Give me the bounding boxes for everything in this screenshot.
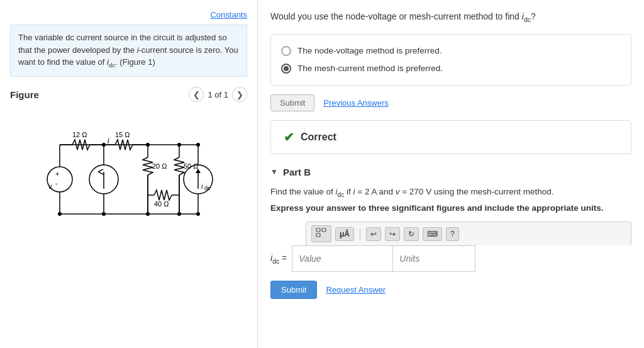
figure-nav: ❮ 1 of 1 ❯ <box>189 87 247 102</box>
figure-header: Figure ❮ 1 of 1 ❯ <box>10 87 247 102</box>
svg-text:dc: dc <box>204 185 211 191</box>
svg-rect-50 <box>316 233 320 237</box>
svg-text:12 Ω: 12 Ω <box>72 131 87 138</box>
part-b-header[interactable]: ▼ Part B <box>270 167 631 177</box>
svg-text:i: i <box>108 137 109 145</box>
fraction-icon <box>316 228 327 238</box>
figure-title: Figure <box>10 89 39 100</box>
svg-rect-49 <box>322 228 326 232</box>
question-text: Would you use the node-voltage or mesh-c… <box>270 10 631 25</box>
options-box: The node-voltage method is preferred. Th… <box>270 34 631 86</box>
radio-2-dot <box>284 66 289 71</box>
previous-answers-link[interactable]: Previous Answers <box>323 98 388 108</box>
toolbar-separator <box>360 228 360 240</box>
idc-label: idc = <box>270 253 287 265</box>
value-input[interactable] <box>292 246 393 271</box>
svg-text:15 Ω: 15 Ω <box>115 131 130 138</box>
part-b-text: Find the value of idc if i = 2 A and v =… <box>270 185 631 200</box>
svg-point-46 <box>102 212 106 216</box>
svg-point-41 <box>177 143 181 147</box>
prev-figure-button[interactable]: ❮ <box>189 87 204 102</box>
svg-point-42 <box>196 143 200 147</box>
request-answer-link[interactable]: Request Answer <box>326 285 386 295</box>
option-2[interactable]: The mesh-current method is preferred. <box>281 60 621 77</box>
svg-text:40 Ω: 40 Ω <box>154 200 169 208</box>
mu-button[interactable]: μÂ <box>335 227 354 241</box>
svg-point-44 <box>177 212 181 216</box>
svg-point-47 <box>196 212 200 216</box>
refresh-button[interactable]: ↻ <box>404 227 419 241</box>
problem-text: The variable dc current source in the ci… <box>10 25 247 77</box>
page-count: 1 of 1 <box>208 90 228 99</box>
redo-button[interactable]: ↪ <box>385 227 400 241</box>
next-figure-button[interactable]: ❯ <box>232 87 247 102</box>
part-b-instructions: Express your answer to three significant… <box>270 203 631 213</box>
submit-button-a[interactable]: Submit <box>270 94 314 111</box>
svg-text:+: + <box>55 170 59 177</box>
option-2-label: The mesh-current method is preferred. <box>297 64 443 73</box>
correct-label: Correct <box>301 132 336 143</box>
circuit-diagram: + - v 12 Ω 15 Ω <box>10 107 247 245</box>
submit-button-b[interactable]: Submit <box>270 281 317 299</box>
submit-row: Submit Previous Answers <box>270 94 631 111</box>
checkmark-icon: ✔ <box>284 130 294 145</box>
answer-input-row: idc = <box>270 245 631 272</box>
part-b-label: Part B <box>283 167 311 177</box>
constants-link[interactable]: Constants <box>10 10 247 20</box>
fraction-button[interactable] <box>311 225 331 242</box>
svg-point-45 <box>58 212 62 216</box>
right-panel: Would you use the node-voltage or mesh-c… <box>258 0 644 348</box>
bottom-row: Submit Request Answer <box>270 281 631 299</box>
option-1-label: The node-voltage method is preferred. <box>297 46 442 55</box>
help-button[interactable]: ? <box>446 227 459 241</box>
svg-text:i: i <box>201 182 203 190</box>
circuit-svg: + - v 12 Ω 15 Ω <box>22 113 236 239</box>
undo-button[interactable]: ↩ <box>366 227 381 241</box>
radio-1[interactable] <box>281 46 291 56</box>
option-1[interactable]: The node-voltage method is preferred. <box>281 42 621 60</box>
left-panel: Constants The variable dc current source… <box>0 0 258 348</box>
svg-text:-: - <box>55 179 58 187</box>
collapse-icon: ▼ <box>270 167 278 176</box>
svg-rect-48 <box>316 228 320 232</box>
svg-point-43 <box>146 212 150 216</box>
units-input[interactable] <box>393 246 475 271</box>
svg-text:50 Ω: 50 Ω <box>184 162 199 170</box>
answer-box <box>292 245 475 272</box>
radio-2[interactable] <box>281 64 291 74</box>
keyboard-button[interactable]: ⌨ <box>423 227 442 241</box>
answer-toolbar: μÂ ↩ ↪ ↻ ⌨ ? <box>306 222 631 245</box>
svg-text:20 Ω: 20 Ω <box>152 162 167 170</box>
correct-banner: ✔ Correct <box>270 120 631 154</box>
